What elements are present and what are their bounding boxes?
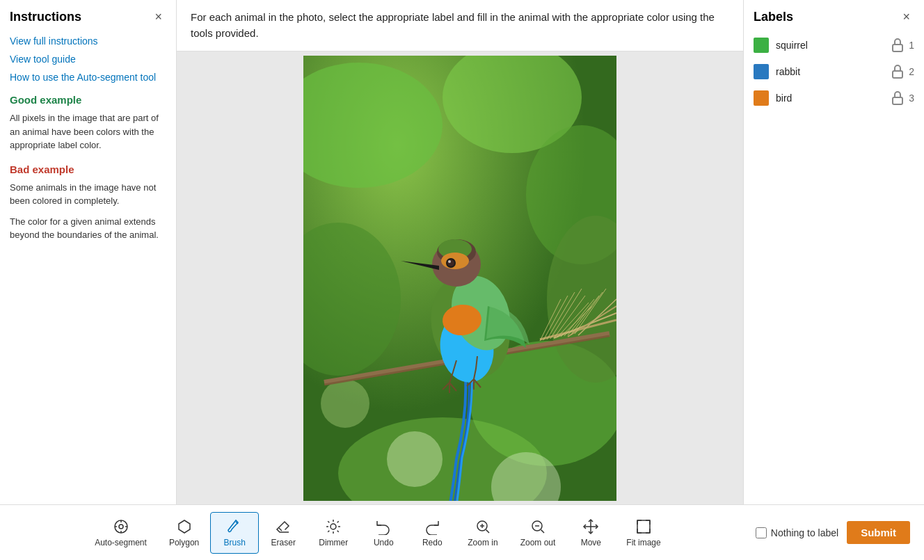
bird-color-swatch xyxy=(754,90,769,106)
eraser-label: Eraser xyxy=(271,538,296,547)
squirrel-lock-icon xyxy=(889,37,906,54)
nothing-to-label-text: Nothing to label xyxy=(771,527,838,538)
dimmer-icon xyxy=(325,518,342,535)
brush-tool-button[interactable]: Brush xyxy=(210,512,259,554)
svg-rect-68 xyxy=(637,520,650,533)
bad-example-title: Bad example xyxy=(10,163,166,175)
label-item-rabbit[interactable]: rabbit 2 xyxy=(754,63,914,80)
instruction-text: For each animal in the photo, select the… xyxy=(191,11,715,39)
move-tool-button[interactable]: Move xyxy=(566,513,615,553)
toolbar-row: Auto-segment Polygon Brush Eraser xyxy=(0,504,924,560)
rabbit-color-swatch xyxy=(754,64,769,79)
svg-line-49 xyxy=(279,528,282,531)
canvas-area: For each animal in the photo, select the… xyxy=(177,0,743,504)
zoom-in-icon xyxy=(475,518,491,535)
rabbit-lock-num: 2 xyxy=(889,63,914,80)
labels-panel-title: Labels xyxy=(754,10,793,24)
svg-rect-39 xyxy=(893,45,902,51)
toolbar-right: Nothing to label Submit xyxy=(756,521,924,544)
sidebar-header: Instructions × xyxy=(10,8,166,26)
brush-label: Brush xyxy=(224,538,246,547)
zoom-in-label: Zoom in xyxy=(468,538,497,547)
svg-point-38 xyxy=(448,260,451,263)
redo-label: Redo xyxy=(422,538,443,547)
toolbar-tools: Auto-segment Polygon Brush Eraser xyxy=(0,512,756,554)
rabbit-number: 2 xyxy=(909,66,914,77)
undo-icon xyxy=(375,518,392,535)
nothing-to-label-container[interactable]: Nothing to label xyxy=(756,527,838,538)
undo-tool-button[interactable]: Undo xyxy=(359,513,408,553)
bad-example-text-2: The color for a given animal extends bey… xyxy=(10,215,166,242)
auto-segment-tool-button[interactable]: Auto-segment xyxy=(83,513,158,553)
undo-label: Undo xyxy=(374,538,394,547)
squirrel-lock-num: 1 xyxy=(889,37,914,54)
squirrel-number: 1 xyxy=(909,40,914,51)
bird-number: 3 xyxy=(909,93,914,104)
redo-tool-button[interactable]: Redo xyxy=(408,513,456,553)
eraser-icon xyxy=(275,518,292,535)
good-example-title: Good example xyxy=(10,94,166,106)
svg-point-50 xyxy=(330,524,336,529)
label-item-squirrel[interactable]: squirrel 1 xyxy=(754,37,914,54)
bird-lock-icon xyxy=(889,90,906,106)
zoom-in-tool-button[interactable]: Zoom in xyxy=(456,513,509,553)
fit-image-icon xyxy=(635,518,652,535)
bad-example-text-1: Some animals in the image have not been … xyxy=(10,181,166,208)
svg-line-55 xyxy=(328,521,329,522)
zoom-out-label: Zoom out xyxy=(520,538,556,547)
submit-button[interactable]: Submit xyxy=(847,521,910,544)
sidebar-close-button[interactable]: × xyxy=(150,8,166,26)
svg-line-57 xyxy=(337,521,339,522)
svg-line-58 xyxy=(328,530,329,531)
polygon-label: Polygon xyxy=(169,538,199,547)
zoom-out-icon xyxy=(529,518,546,535)
dimmer-label: Dimmer xyxy=(319,538,348,547)
squirrel-label-name: squirrel xyxy=(776,40,882,51)
svg-marker-48 xyxy=(179,520,190,533)
instructions-sidebar: Instructions × View full instructions Vi… xyxy=(0,0,177,504)
svg-rect-41 xyxy=(893,97,902,104)
fit-image-tool-button[interactable]: Fit image xyxy=(615,513,671,553)
view-tool-guide-link[interactable]: View tool guide xyxy=(10,54,166,65)
redo-icon xyxy=(424,518,440,535)
nothing-to-label-checkbox[interactable] xyxy=(756,527,767,538)
svg-point-43 xyxy=(119,525,123,529)
bird-image xyxy=(303,56,616,501)
squirrel-color-swatch xyxy=(754,38,769,53)
label-item-bird[interactable]: bird 3 xyxy=(754,90,914,106)
svg-line-64 xyxy=(541,529,544,532)
dimmer-tool-button[interactable]: Dimmer xyxy=(308,513,359,553)
image-container[interactable] xyxy=(177,51,743,504)
rabbit-label-name: rabbit xyxy=(776,66,882,77)
sidebar-title: Instructions xyxy=(10,10,81,24)
labels-close-button[interactable]: × xyxy=(898,8,914,26)
labels-panel: Labels × squirrel 1 rabbit xyxy=(743,0,924,504)
svg-rect-40 xyxy=(893,71,902,78)
auto-segment-link[interactable]: How to use the Auto-segment tool xyxy=(10,72,166,83)
good-example-text: All pixels in the image that are part of… xyxy=(10,111,166,152)
bird-lock-num: 3 xyxy=(889,90,914,106)
bird-label-name: bird xyxy=(776,93,882,104)
polygon-tool-button[interactable]: Polygon xyxy=(158,513,210,553)
rabbit-lock-icon xyxy=(889,63,906,80)
auto-segment-icon xyxy=(113,518,129,535)
instruction-bar: For each animal in the photo, select the… xyxy=(177,0,743,51)
labels-header: Labels × xyxy=(754,8,914,26)
svg-line-56 xyxy=(337,530,339,531)
auto-segment-label: Auto-segment xyxy=(95,538,147,547)
svg-point-37 xyxy=(447,259,454,266)
brush-icon xyxy=(226,518,243,535)
view-full-instructions-link[interactable]: View full instructions xyxy=(10,35,166,47)
main-area: Instructions × View full instructions Vi… xyxy=(0,0,924,504)
zoom-out-tool-button[interactable]: Zoom out xyxy=(509,513,567,553)
eraser-tool-button[interactable]: Eraser xyxy=(259,513,308,553)
polygon-icon xyxy=(176,518,193,535)
svg-line-60 xyxy=(486,529,489,532)
fit-image-label: Fit image xyxy=(626,538,660,547)
move-icon xyxy=(582,518,599,535)
move-label: Move xyxy=(581,538,601,547)
svg-point-8 xyxy=(387,431,443,487)
svg-point-10 xyxy=(321,379,369,428)
